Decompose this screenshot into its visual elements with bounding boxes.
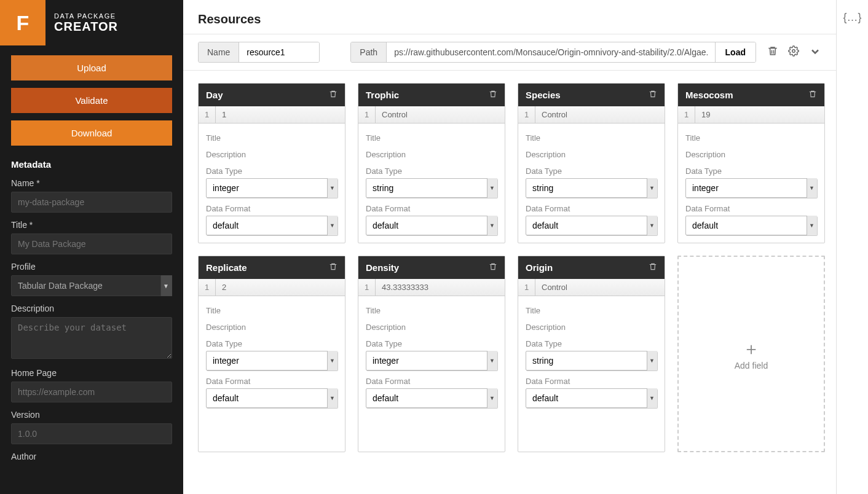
metadata-homepage-input[interactable] bbox=[11, 382, 172, 402]
field-sample: 1Control bbox=[518, 106, 665, 124]
metadata-section: Metadata Name * Title * Profile ▼ Descri… bbox=[0, 148, 183, 476]
field-dataformat-label: Data Format bbox=[366, 204, 497, 213]
field-datatype-select[interactable] bbox=[685, 178, 817, 198]
field-datatype-label: Data Type bbox=[526, 167, 657, 176]
field-datatype-select[interactable] bbox=[206, 178, 337, 198]
field-name: Mesocosm bbox=[685, 90, 733, 100]
sample-index: 1 bbox=[518, 106, 535, 123]
field-name: Replicate bbox=[206, 262, 247, 273]
field-datatype-select[interactable] bbox=[366, 178, 497, 198]
field-dataformat-select[interactable] bbox=[366, 388, 497, 408]
field-datatype-label: Data Type bbox=[366, 167, 497, 176]
sample-value: 43.33333333 bbox=[376, 279, 505, 296]
field-dataformat-label: Data Format bbox=[206, 204, 337, 213]
svg-point-0 bbox=[792, 49, 795, 52]
field-name: Trophic bbox=[366, 90, 399, 100]
field-title-label: Title bbox=[206, 133, 337, 143]
brand-text: DATA PACKAGE CREATOR bbox=[54, 12, 118, 34]
metadata-title-input[interactable] bbox=[11, 233, 172, 254]
resource-path-input[interactable] bbox=[387, 42, 714, 62]
field-datatype-select[interactable] bbox=[526, 178, 657, 198]
sample-index: 1 bbox=[199, 279, 216, 296]
sample-value: Control bbox=[376, 106, 505, 123]
field-title-label: Title bbox=[526, 306, 657, 315]
field-dataformat-select[interactable] bbox=[526, 388, 657, 408]
metadata-title-label: Title * bbox=[11, 220, 172, 230]
field-dataformat-label: Data Format bbox=[366, 377, 497, 386]
field-sample: 11 bbox=[199, 106, 345, 124]
resource-name-input[interactable] bbox=[239, 42, 319, 62]
resource-path-group: Path Load bbox=[350, 42, 756, 63]
metadata-description-input[interactable] bbox=[11, 317, 172, 359]
field-dataformat-label: Data Format bbox=[685, 204, 817, 213]
field-dataformat-select[interactable] bbox=[685, 216, 817, 235]
field-dataformat-select[interactable] bbox=[526, 216, 657, 235]
field-datatype-select[interactable] bbox=[526, 351, 657, 370]
sample-index: 1 bbox=[199, 106, 216, 123]
field-sample: 1Control bbox=[358, 106, 505, 124]
sample-index: 1 bbox=[678, 106, 695, 123]
trash-icon[interactable] bbox=[767, 45, 778, 60]
metadata-description-label: Description bbox=[11, 304, 172, 313]
field-dataformat-select[interactable] bbox=[206, 388, 337, 408]
metadata-homepage-label: Home Page bbox=[11, 368, 172, 378]
add-field-label: Add field bbox=[735, 361, 768, 370]
field-description-label: Description bbox=[366, 150, 497, 159]
chevron-down-icon[interactable] bbox=[809, 45, 821, 60]
field-datatype-label: Data Type bbox=[526, 339, 657, 348]
field-card: Origin1ControlTitleDescriptionData Type▼… bbox=[518, 256, 665, 452]
metadata-author-label: Author bbox=[11, 452, 172, 461]
metadata-profile-label: Profile bbox=[11, 262, 172, 272]
load-button[interactable]: Load bbox=[715, 42, 756, 62]
field-sample: 119 bbox=[678, 106, 824, 124]
code-braces-icon[interactable]: {…} bbox=[843, 11, 861, 494]
field-datatype-label: Data Type bbox=[206, 167, 337, 176]
field-description-label: Description bbox=[366, 323, 497, 332]
trash-icon[interactable] bbox=[649, 262, 657, 273]
metadata-version-label: Version bbox=[11, 410, 172, 420]
resource-name-group: Name bbox=[198, 42, 320, 63]
sample-index: 1 bbox=[358, 279, 376, 296]
chevron-down-icon: ▼ bbox=[163, 283, 169, 289]
trash-icon[interactable] bbox=[489, 90, 497, 100]
field-datatype-label: Data Type bbox=[685, 167, 817, 176]
field-dataformat-select[interactable] bbox=[206, 216, 337, 235]
gear-icon[interactable] bbox=[788, 45, 799, 60]
right-rail: {…} bbox=[836, 0, 868, 494]
resource-name-label: Name bbox=[199, 42, 239, 62]
field-name: Origin bbox=[526, 262, 553, 273]
field-datatype-select[interactable] bbox=[366, 351, 497, 370]
trash-icon[interactable] bbox=[329, 262, 337, 273]
trash-icon[interactable] bbox=[329, 90, 337, 100]
field-sample: 143.33333333 bbox=[358, 279, 505, 296]
plus-icon: ＋ bbox=[743, 337, 760, 361]
trash-icon[interactable] bbox=[649, 90, 657, 100]
add-field-button[interactable]: ＋Add field bbox=[677, 256, 825, 452]
field-title-label: Title bbox=[526, 133, 657, 143]
resource-path-label: Path bbox=[351, 42, 387, 62]
field-sample: 1Control bbox=[518, 279, 665, 296]
field-title-label: Title bbox=[685, 133, 817, 143]
brand-logo: F bbox=[0, 0, 45, 45]
sample-value: 19 bbox=[695, 106, 824, 123]
trash-icon[interactable] bbox=[489, 262, 497, 273]
metadata-version-input[interactable] bbox=[11, 423, 172, 444]
field-name: Day bbox=[206, 90, 223, 100]
validate-button[interactable]: Validate bbox=[11, 88, 172, 113]
field-card: Mesocosm119TitleDescriptionData Type▼Dat… bbox=[677, 83, 825, 243]
field-description-label: Description bbox=[685, 150, 817, 159]
resource-toolbar: Name Path Load bbox=[183, 34, 836, 71]
field-card: Replicate12TitleDescriptionData Type▼Dat… bbox=[198, 256, 345, 452]
metadata-name-input[interactable] bbox=[11, 192, 172, 213]
field-description-label: Description bbox=[526, 323, 657, 332]
field-card: Day11TitleDescriptionData Type▼Data Form… bbox=[198, 83, 345, 243]
brand-line2: CREATOR bbox=[54, 20, 118, 34]
field-description-label: Description bbox=[526, 150, 657, 159]
page-title: Resources bbox=[198, 12, 821, 26]
upload-button[interactable]: Upload bbox=[11, 55, 172, 80]
metadata-profile-select[interactable] bbox=[11, 275, 172, 296]
download-button[interactable]: Download bbox=[11, 120, 172, 146]
field-datatype-select[interactable] bbox=[206, 351, 337, 370]
trash-icon[interactable] bbox=[808, 90, 817, 100]
field-dataformat-select[interactable] bbox=[366, 216, 497, 235]
